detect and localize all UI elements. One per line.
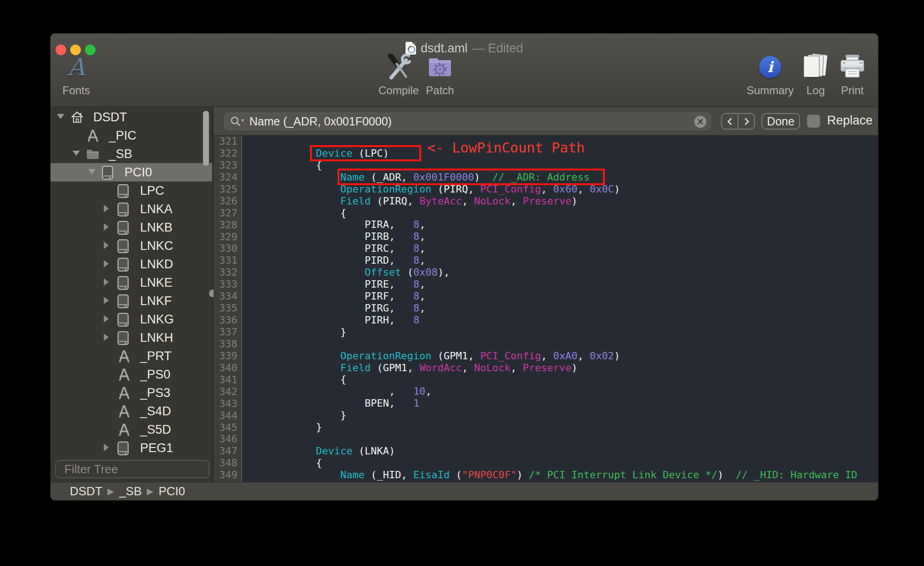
sidebar-item-label: LPC xyxy=(140,184,164,198)
sidebar-item-lnkd[interactable]: LNKD xyxy=(51,255,212,273)
toolbar-item-fonts[interactable]: A Fonts xyxy=(51,53,108,97)
replace-checkbox[interactable] xyxy=(807,114,820,128)
sidebar-item-_ps0[interactable]: _PS0 xyxy=(51,365,212,384)
disclosure-closed-icon[interactable] xyxy=(104,334,109,341)
code-line xyxy=(242,338,878,350)
disclosure-open-icon[interactable] xyxy=(88,169,96,174)
disclosure-closed-icon[interactable] xyxy=(104,297,109,304)
line-number: 349 xyxy=(214,469,237,481)
sidebar-scrollbar[interactable] xyxy=(203,111,209,166)
sidebar-item-_s5d[interactable]: _S5D xyxy=(51,420,212,439)
replace-label: Replace xyxy=(827,113,873,128)
sidebar-item-lnkb[interactable]: LNKB xyxy=(51,218,212,237)
line-number: 327 xyxy=(214,207,237,219)
print-icon xyxy=(839,55,865,79)
line-number: 339 xyxy=(214,350,237,362)
sidebar-item-_pic[interactable]: _PIC xyxy=(51,126,212,145)
sidebar-item-lnkf[interactable]: LNKF xyxy=(51,292,212,310)
code-line: Offset (0x08), xyxy=(242,266,878,278)
device-icon xyxy=(117,221,131,234)
sidebar-item-_s4d[interactable]: _S4D xyxy=(51,402,212,420)
sidebar-item-lnkg[interactable]: LNKG xyxy=(51,310,212,328)
sidebar-item-label: LNKA xyxy=(140,202,173,216)
sidebar-item-peg1[interactable]: PEG1 xyxy=(51,439,212,457)
disclosure-closed-icon[interactable] xyxy=(104,278,109,286)
info-icon: i xyxy=(759,56,781,78)
line-number: 347 xyxy=(214,445,237,457)
code-text-area[interactable]: <- LowPinCount Path Device (LPC) { Name … xyxy=(242,136,878,482)
maciasl-window: dsdt.aml — Edited A Fonts Compile xyxy=(51,34,878,500)
line-number: 340 xyxy=(214,362,237,374)
code-line: , 10, xyxy=(242,385,878,397)
device-icon xyxy=(117,202,131,216)
device-icon xyxy=(117,294,131,308)
filter-tree-input[interactable] xyxy=(64,462,212,476)
toolbar-label: Fonts xyxy=(51,84,108,97)
sidebar-item-label: _S4D xyxy=(140,404,171,419)
document-edited-status: — Edited xyxy=(472,41,523,56)
sidebar-item-_ps3[interactable]: _PS3 xyxy=(51,384,212,402)
home-icon xyxy=(70,110,84,124)
disclosure-closed-icon[interactable] xyxy=(104,223,109,231)
sidebar-item-label: LNKD xyxy=(140,257,173,272)
line-number: 344 xyxy=(214,410,237,422)
toolbar-label: Patch xyxy=(408,84,472,97)
device-icon xyxy=(117,312,131,326)
disclosure-closed-icon[interactable] xyxy=(104,315,109,323)
code-line: PIRC, 8, xyxy=(242,243,878,255)
line-number: 342 xyxy=(214,386,237,398)
find-field: ✕ xyxy=(224,113,711,130)
breadcrumb-separator-icon: ▶ xyxy=(107,486,114,497)
line-number: 325 xyxy=(214,183,237,195)
code-line: Field (GPM1, WordAcc, NoLock, Preserve) xyxy=(242,362,878,374)
toolbar-item-print[interactable]: Print xyxy=(820,53,878,97)
device-icon xyxy=(117,184,131,198)
disclosure-closed-icon[interactable] xyxy=(104,242,109,249)
sidebar-item-lnkc[interactable]: LNKC xyxy=(51,237,212,255)
breadcrumb-item-dsdt[interactable]: DSDT xyxy=(70,484,102,498)
find-next-button[interactable] xyxy=(738,114,754,129)
line-number: 336 xyxy=(214,314,237,326)
sidebar-item-label: LNKC xyxy=(140,239,173,253)
sidebar-item-lnka[interactable]: LNKA xyxy=(51,200,212,218)
window-header: dsdt.aml — Edited A Fonts Compile xyxy=(51,34,878,107)
device-icon xyxy=(117,257,131,271)
line-number: 338 xyxy=(214,338,237,350)
line-number: 324 xyxy=(214,171,237,183)
breadcrumb-item-_sb[interactable]: _SB xyxy=(119,484,141,498)
done-button[interactable]: Done xyxy=(761,113,800,130)
line-number: 323 xyxy=(214,159,237,171)
code-line: PIRF, 8, xyxy=(242,290,878,302)
breadcrumb-item-pci0[interactable]: PCI0 xyxy=(158,484,185,498)
editor-pane: ✕ Done Replace 3213223233243253263273283… xyxy=(214,107,878,482)
search-icon xyxy=(230,116,245,127)
sidebar-item-dsdt[interactable]: DSDT xyxy=(51,108,212,126)
find-previous-button[interactable] xyxy=(722,114,738,129)
disclosure-open-icon[interactable] xyxy=(73,151,80,156)
sidebar-item-lpc[interactable]: LPC xyxy=(51,181,212,200)
tree-sidebar: DSDT_PIC_SBPCI0LPCLNKALNKBLNKCLNKDLNKELN… xyxy=(51,107,212,482)
line-number: 346 xyxy=(214,433,237,445)
sidebar-item-label: PCI0 xyxy=(124,165,152,180)
find-input[interactable] xyxy=(249,115,690,128)
disclosure-open-icon[interactable] xyxy=(57,114,64,119)
line-number: 337 xyxy=(214,326,237,338)
sidebar-item-label: LNKF xyxy=(140,294,172,308)
code-line: } xyxy=(242,409,878,421)
sidebar-item-lnke[interactable]: LNKE xyxy=(51,273,212,292)
sidebar-item-lnkh[interactable]: LNKH xyxy=(51,328,212,347)
clear-search-icon[interactable]: ✕ xyxy=(694,116,706,128)
disclosure-closed-icon[interactable] xyxy=(104,260,109,267)
find-prev-next-control xyxy=(721,113,755,130)
toolbar-item-patch[interactable]: Patch xyxy=(408,53,472,97)
sidebar-item-_sb[interactable]: _SB xyxy=(51,145,212,163)
disclosure-closed-icon[interactable] xyxy=(104,205,109,212)
annotation-box-device-lpc xyxy=(310,145,421,161)
method-icon xyxy=(117,386,131,400)
sidebar-item-pci0[interactable]: PCI0 xyxy=(51,163,212,181)
device-icon xyxy=(101,165,115,179)
disclosure-closed-icon[interactable] xyxy=(104,444,109,451)
sidebar-item-label: LNKE xyxy=(140,276,173,290)
sidebar-item-_prt[interactable]: _PRT xyxy=(51,347,212,365)
code-line: PIRA, 8, xyxy=(242,219,878,231)
